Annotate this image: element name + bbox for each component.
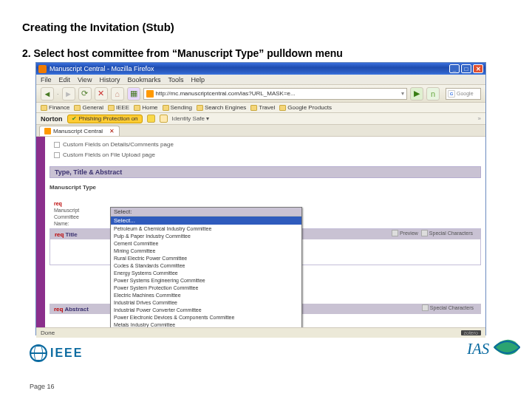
tab-manuscript-central[interactable]: Manuscript Central ✕ [39,126,120,136]
dropdown-option[interactable]: Pulp & Paper Industry Committee [111,232,301,239]
window-title: Manuscript Central - Mozilla Firefox [50,65,449,72]
checkbox-1[interactable] [54,142,60,148]
forward-button[interactable]: ► [62,87,75,100]
google-icon: G [448,90,455,98]
toolbar-chevron[interactable]: » [478,115,481,122]
slide-title: Creating the Invitation (Stub) [22,21,174,33]
menu-file[interactable]: File [41,76,52,83]
back-button[interactable]: ◄ [41,87,54,100]
menu-bookmarks[interactable]: Bookmarks [127,76,160,83]
lock-icon[interactable] [160,115,168,123]
dropdown-selected[interactable]: Select... [111,216,301,225]
page-content: Custom Fields on Details/Comments page C… [36,137,485,327]
menu-tools[interactable]: Tools [168,76,183,83]
bookmark-home[interactable]: Home [134,104,157,111]
label-manuscript-type: Manuscript Type [50,184,96,191]
phishing-pill[interactable]: ✔ Phishing Protection on [67,115,143,123]
norton-brand: Norton [41,115,63,123]
dropdown-header: Select: [111,208,301,216]
addon-button[interactable]: ▦ [127,87,140,100]
dropdown-option[interactable]: Metals Industry Committee [111,321,301,327]
close-button[interactable]: ✕ [473,64,483,73]
bookmark-google[interactable]: Google Products [279,104,332,111]
ieee-logo: IEEE [30,344,83,362]
bookmark-travel[interactable]: Travel [250,104,275,111]
norton-toolbar: Norton ✔ Phishing Protection on Identity… [36,113,485,125]
bookmark-sending[interactable]: Sending [163,104,192,111]
dropdown-option[interactable]: Rural Electric Power Committee [111,254,301,262]
omega-icon [421,230,428,236]
slide-footer: IEEE Page 16 [30,344,510,389]
svg-text:IAS: IAS [467,340,490,358]
menu-bar: File Edit View History Bookmarks Tools H… [36,75,485,85]
check-icon: ✔ [72,115,77,122]
dropdown-option[interactable]: Electric Machines Committee [111,291,301,299]
tab-favicon-icon [44,128,51,134]
search-box[interactable]: G Google [446,88,481,100]
addon2-button[interactable]: n [426,87,440,100]
menu-history[interactable]: History [99,76,120,83]
go-button[interactable]: ▶ [410,87,423,100]
dropdown-option[interactable]: Industrial Drives Committee [111,299,301,306]
menu-edit[interactable]: Edit [59,76,71,83]
bookmark-general[interactable]: General [74,104,103,111]
status-text: Done [41,330,55,336]
stop-button[interactable]: ✕ [95,87,108,100]
dropdown-option[interactable]: Power System Protection Committee [111,284,301,291]
menu-view[interactable]: View [78,76,92,83]
address-bar[interactable]: http://mc.manuscriptcentral.com/ias?URL_… [143,88,407,100]
dropdown-option[interactable]: Cement Committee [111,239,301,247]
special-chars-button-2[interactable]: Special Characters [422,304,474,311]
custom-fields-row-2: Custom Fields on File Upload page [54,151,155,158]
card-icon[interactable] [147,115,155,123]
step-instruction: 2. Select host committee from “Manuscrip… [22,47,343,59]
bookmark-ieee[interactable]: IEEE [108,104,129,111]
maximize-button[interactable]: □ [461,64,471,73]
manuscript-type-dropdown[interactable]: Select: Select... Petroleum & Chemical I… [110,207,302,327]
bookmark-finance[interactable]: Finance [41,104,69,111]
left-accent-stripe [36,137,45,327]
dropdown-option[interactable]: Power Systems Engineering Committee [111,276,301,284]
ieee-text: IEEE [50,347,83,360]
dropdown-option[interactable]: Codes & Standards Committee [111,262,301,269]
ias-logo: IAS [467,332,522,362]
dropdown-option[interactable]: Mining Committee [111,247,301,254]
dropdown-option[interactable]: Industrial Power Converter Committee [111,306,301,313]
label-committee: req Manuscript Committee Name: [54,200,79,227]
bookmark-search[interactable]: Search Engines [197,104,246,111]
identity-safe[interactable]: Identity Safe ▾ [172,115,210,122]
special-chars-button[interactable]: Special Characters [421,230,473,236]
dropdown-option[interactable]: Energy Systems Committee [111,269,301,276]
status-bar: Done zotero [36,327,485,338]
preview-icon [392,230,398,236]
page-number: Page 16 [30,383,55,390]
favicon-icon [146,90,154,98]
minimize-button[interactable]: _ [449,64,460,73]
search-placeholder: Google [457,91,474,96]
preview-button[interactable]: Preview [392,230,418,236]
globe-icon [30,344,47,362]
firefox-icon [38,65,47,73]
dropdown-option[interactable]: Petroleum & Chemical Industry Committee [111,225,301,232]
menu-help[interactable]: Help [191,76,205,83]
tab-strip: Manuscript Central ✕ [36,125,485,137]
url-text: http://mc.manuscriptcentral.com/ias?URL_… [156,90,296,97]
custom-fields-row-1: Custom Fields on Details/Comments page [54,141,174,148]
bookmarks-toolbar: Finance General IEEE Home Sending Search… [36,103,485,113]
browser-window: Manuscript Central - Mozilla Firefox _ □… [35,62,486,335]
omega-icon [422,304,429,311]
nav-toolbar: ◄ · ► ⟳ ✕ ⌂ ▦ http://mc.manuscriptcentra… [36,85,485,103]
checkbox-2[interactable] [54,152,60,158]
titlebar: Manuscript Central - Mozilla Firefox _ □… [36,63,485,75]
tab-close-icon[interactable]: ✕ [109,128,115,134]
dropdown-option[interactable]: Power Electronic Devices & Components Co… [111,313,301,321]
home-button[interactable]: ⌂ [111,87,124,100]
reload-button[interactable]: ⟳ [78,87,92,100]
section-type-title-abstract: Type, Title & Abstract [50,166,481,178]
